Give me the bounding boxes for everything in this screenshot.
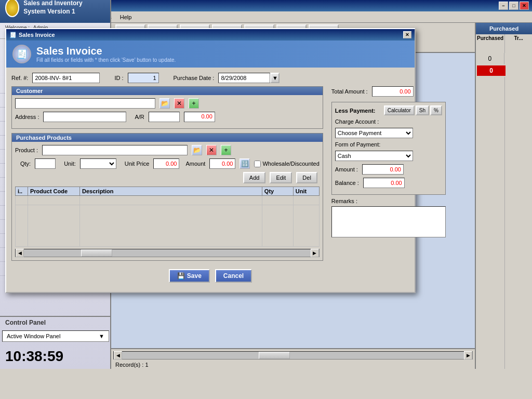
purchased-col1: Purchased xyxy=(476,34,505,369)
purchase-date-input[interactable] xyxy=(218,73,270,83)
purchased-products-title: Purchased Products xyxy=(12,134,323,142)
address-input[interactable] xyxy=(43,112,126,122)
wholesale-checkbox[interactable] xyxy=(254,161,261,167)
table-row xyxy=(16,196,320,205)
balance-row: Balance : xyxy=(335,178,442,188)
col-index: i.. xyxy=(16,187,28,196)
remarks-label: Remarks : xyxy=(331,198,446,204)
table-scroll-right-button[interactable]: ▶ xyxy=(311,249,319,257)
ref-row: Ref. #: ID : Purchase Date : ▼ xyxy=(11,73,409,83)
purchased-col2: Tr... xyxy=(505,34,532,369)
table-scrollbar[interactable]: ◀ ▶ xyxy=(15,249,320,257)
sales-invoice-dialog: 🧾 Sales Invoice ✕ 🧾 Sales Invoice Fill a… xyxy=(5,28,416,293)
control-panel-label: Control Panel xyxy=(0,316,111,328)
cancel-button[interactable]: Cancel xyxy=(215,269,252,283)
less-payment-section: Less Payment: Calculator Sh % Charge Acc… xyxy=(331,102,446,195)
scroll-right-button[interactable]: ▶ xyxy=(464,351,472,360)
qty-input[interactable] xyxy=(35,158,56,169)
ref-input[interactable] xyxy=(32,73,100,83)
col-unit: Unit xyxy=(293,187,319,196)
product-clear-button[interactable]: ✕ xyxy=(206,145,217,155)
records-label: Record(s) : 1 xyxy=(111,360,475,370)
ar-input[interactable] xyxy=(149,112,180,122)
product-table: i.. Product Code Description Qty Unit xyxy=(15,187,320,247)
product-browse-button[interactable]: 📂 xyxy=(192,145,202,155)
left-panel: Customer 📂 ✕ + Address : A/ xyxy=(11,86,323,265)
menu-help[interactable]: Help xyxy=(116,13,136,21)
product-row: Product : 📂 ✕ + xyxy=(15,145,320,155)
percent-button[interactable]: % xyxy=(430,105,442,115)
payment-form-select-row: Cash xyxy=(335,151,442,161)
amount-input2[interactable] xyxy=(362,164,404,175)
scroll-thumb[interactable] xyxy=(259,352,290,359)
bottom-scrollbar[interactable]: ◀ ▶ xyxy=(113,351,473,360)
dialog-header-icon: 🧾 xyxy=(12,45,31,63)
active-window-panel[interactable]: Active Window Panel ▼ xyxy=(2,330,109,342)
balance-label: Balance : xyxy=(335,180,359,186)
col-product-code: Product Code xyxy=(28,187,80,196)
ar-label: A/R xyxy=(135,114,144,120)
scroll-left-button[interactable]: ◀ xyxy=(114,351,122,360)
unit-price-input[interactable] xyxy=(153,158,179,169)
product-add2-button[interactable]: + xyxy=(221,145,231,155)
customer-section-title: Customer xyxy=(12,87,323,95)
form-of-payment-label: Form of Payment: xyxy=(335,141,380,148)
customer-row: 📂 ✕ + xyxy=(15,98,320,109)
charge-account-row: Charge Account : xyxy=(335,118,442,125)
unit-select[interactable] xyxy=(80,158,116,169)
edit-button[interactable]: Edit xyxy=(270,172,292,183)
table-scroll-left-button[interactable]: ◀ xyxy=(16,249,24,257)
col-description: Description xyxy=(80,187,262,196)
customer-add-button[interactable]: + xyxy=(189,98,199,109)
wholesale-label: Wholesale/Discounted xyxy=(262,161,319,167)
add-button[interactable]: Add xyxy=(243,172,266,183)
total-amount-label: Total Amount : xyxy=(331,88,368,95)
sidebar-header: Sales and Inventory System Version 1 xyxy=(0,0,110,23)
dialog-title-icon: 🧾 xyxy=(9,32,17,38)
right-panel: Total Amount : Less Payment: Calculator … xyxy=(327,86,446,265)
save-button[interactable]: 💾 Save xyxy=(169,269,210,283)
date-dropdown-button[interactable]: ▼ xyxy=(270,73,280,83)
del-button[interactable]: Del xyxy=(296,172,317,183)
sidebar-logo xyxy=(5,0,19,17)
dialog-buttons: 💾 Save Cancel xyxy=(11,265,409,287)
dialog-body: Ref. #: ID : Purchase Date : ▼ Customer xyxy=(6,68,415,292)
purchased-products-content: Product : 📂 ✕ + Qty: Unit: xyxy=(12,142,323,260)
qty-row: Qty: Unit: Unit Price Amount 🔢 xyxy=(15,158,320,169)
balance-input[interactable] xyxy=(363,178,405,188)
dialog-title-bar: 🧾 Sales Invoice ✕ xyxy=(6,29,415,41)
table-scroll-thumb[interactable] xyxy=(81,249,112,257)
charge-account-label: Charge Account : xyxy=(335,118,379,125)
remarks-input[interactable] xyxy=(331,206,446,237)
table-scroll-track[interactable] xyxy=(24,249,311,257)
customer-browse-button[interactable]: 📂 xyxy=(159,98,170,109)
purchased-empty xyxy=(507,64,532,77)
calculator-button[interactable]: Calculator xyxy=(384,105,415,115)
charge-account-select[interactable]: Choose Payment xyxy=(335,128,413,138)
scroll-track[interactable] xyxy=(122,352,464,359)
save-icon: 💾 xyxy=(177,272,185,280)
amount-label2: Amount : xyxy=(335,166,358,172)
title-bar-buttons: − □ ✕ xyxy=(499,2,529,10)
amount-row: Amount : xyxy=(335,164,442,175)
customer-clear-button[interactable]: ✕ xyxy=(174,98,184,109)
minimize-button[interactable]: − xyxy=(499,2,508,10)
customer-input[interactable] xyxy=(15,98,155,109)
ar-amount: 0.00 xyxy=(184,112,215,122)
dialog-header-subtitle: Fill all fields or fields with * then cl… xyxy=(36,57,176,63)
amount-browse-button[interactable]: 🔢 xyxy=(240,158,250,169)
amount-input[interactable] xyxy=(209,158,235,169)
address-row: Address : A/R 0.00 xyxy=(15,112,320,122)
close-button[interactable]: ✕ xyxy=(520,2,529,10)
purchased-values: 0 0 xyxy=(475,53,532,77)
total-amount-input[interactable] xyxy=(372,86,414,97)
product-input[interactable] xyxy=(42,145,188,155)
id-input[interactable] xyxy=(128,73,159,83)
dialog-close-button[interactable]: ✕ xyxy=(403,31,411,38)
amount-label: Amount xyxy=(185,161,205,167)
product-label: Product : xyxy=(15,147,38,153)
maximize-button[interactable]: □ xyxy=(509,2,518,10)
sh-button[interactable]: Sh xyxy=(416,105,429,115)
purchased-header: Purchased xyxy=(476,23,532,34)
form-of-payment-select[interactable]: Cash xyxy=(335,151,413,161)
